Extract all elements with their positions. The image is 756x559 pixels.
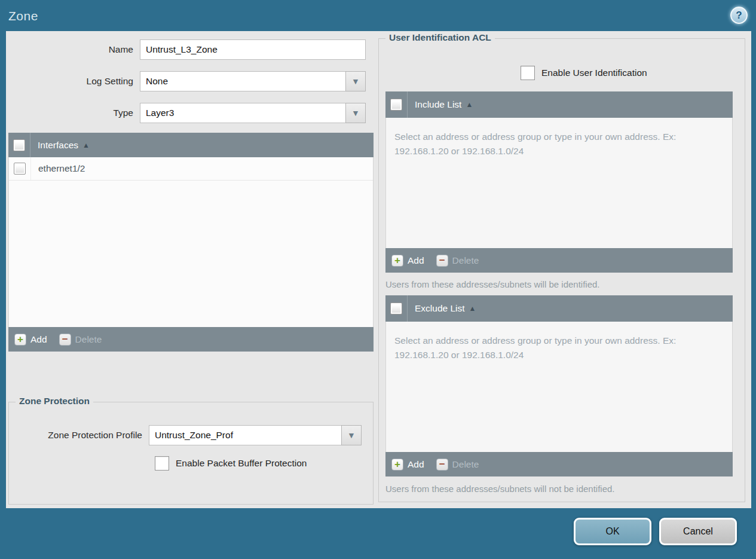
include-list-body[interactable]: Select an address or address group or ty… — [385, 118, 733, 248]
include-column-header[interactable]: Include List ▲ — [415, 99, 473, 110]
interfaces-column-label: Interfaces — [38, 140, 78, 151]
include-select-all-checkbox[interactable] — [390, 99, 402, 111]
packet-buffer-checkbox[interactable] — [155, 456, 169, 471]
zone-protection-profile-select[interactable]: Untrust_Zone_Prof ▼ — [149, 425, 362, 445]
exclude-column-header[interactable]: Exclude List ▲ — [415, 303, 476, 314]
dialog-title-bar: Zone ? — [0, 0, 756, 31]
interface-row[interactable]: ethernet1/2 — [9, 157, 373, 181]
chevron-down-icon[interactable]: ▼ — [345, 103, 366, 123]
exclude-select-all-checkbox[interactable] — [390, 303, 402, 314]
user-identification-fieldset: User Identification ACL Enable User Iden… — [378, 38, 745, 502]
sort-asc-icon: ▲ — [466, 100, 473, 109]
include-list-caption: Users from these addresses/subnets will … — [385, 279, 600, 289]
include-header-checkbox-cell — [385, 91, 408, 118]
exclude-column-label: Exclude List — [415, 303, 465, 314]
chevron-down-icon[interactable]: ▼ — [345, 71, 366, 91]
interface-row-checkbox[interactable] — [14, 163, 26, 175]
cancel-button[interactable]: Cancel — [659, 518, 737, 545]
packet-buffer-row: Enable Packet Buffer Protection — [155, 456, 307, 471]
zone-protection-legend: Zone Protection — [16, 396, 93, 407]
log-setting-field-row: Log Setting None ▼ — [6, 71, 373, 91]
include-delete-label: Delete — [452, 255, 479, 266]
exclude-add-button[interactable]: + Add — [391, 459, 424, 471]
exclude-delete-label: Delete — [452, 459, 479, 470]
interfaces-table: Interfaces ▲ ethernet1/2 + Add − Delete — [8, 133, 374, 352]
sort-asc-icon: ▲ — [469, 304, 476, 313]
minus-icon: − — [59, 334, 71, 346]
log-setting-label: Log Setting — [6, 76, 140, 87]
include-column-label: Include List — [415, 99, 461, 110]
type-select[interactable]: Layer3 ▼ — [140, 103, 366, 123]
minus-icon: − — [436, 459, 448, 471]
exclude-list-footer: + Add − Delete — [385, 452, 733, 476]
interfaces-delete-button[interactable]: − Delete — [59, 334, 102, 346]
interface-name: ethernet1/2 — [38, 163, 85, 174]
interfaces-table-header: Interfaces ▲ — [8, 133, 374, 157]
plus-icon: + — [391, 255, 403, 267]
chevron-down-icon[interactable]: ▼ — [341, 425, 362, 445]
help-icon[interactable]: ? — [730, 7, 748, 24]
interfaces-add-label: Add — [30, 334, 47, 345]
interfaces-select-all-checkbox[interactable] — [13, 139, 25, 151]
include-add-label: Add — [408, 255, 424, 266]
type-field-row: Type Layer3 ▼ — [6, 103, 373, 123]
enable-user-id-checkbox[interactable] — [521, 66, 535, 80]
exclude-list-table: Exclude List ▲ Select an address or addr… — [385, 295, 733, 476]
ok-button[interactable]: OK — [574, 518, 651, 545]
enable-user-id-row: Enable User Identification — [521, 66, 647, 80]
exclude-delete-button[interactable]: − Delete — [436, 459, 479, 471]
name-label: Name — [6, 44, 140, 55]
type-label: Type — [6, 108, 140, 118]
sort-asc-icon: ▲ — [82, 141, 90, 149]
exclude-list-header: Exclude List ▲ — [385, 295, 733, 322]
dialog-title: Zone — [8, 9, 38, 23]
include-list-placeholder: Select an address or address group or ty… — [386, 118, 718, 158]
interfaces-table-footer: + Add − Delete — [8, 327, 374, 352]
plus-icon: + — [14, 334, 26, 346]
zone-protection-profile-row: Zone Protection Profile Untrust_Zone_Pro… — [9, 425, 371, 445]
exclude-add-label: Add — [408, 459, 424, 470]
log-setting-select[interactable]: None ▼ — [140, 71, 366, 91]
enable-user-id-label: Enable User Identification — [541, 68, 647, 78]
dialog-body-panel: Name Log Setting None ▼ Type Layer3 ▼ In… — [6, 31, 751, 508]
zone-protection-profile-label: Zone Protection Profile — [9, 430, 149, 441]
include-list-header: Include List ▲ — [385, 91, 733, 118]
name-field-row: Name — [6, 39, 373, 60]
type-value: Layer3 — [140, 103, 346, 123]
interfaces-add-button[interactable]: + Add — [14, 334, 47, 346]
log-setting-value: None — [140, 71, 346, 91]
exclude-header-checkbox-cell — [385, 295, 408, 322]
interfaces-column-header[interactable]: Interfaces ▲ — [38, 140, 90, 151]
packet-buffer-label: Enable Packet Buffer Protection — [176, 458, 307, 469]
exclude-list-body[interactable]: Select an address or address group or ty… — [385, 322, 733, 452]
minus-icon: − — [436, 255, 448, 267]
include-add-button[interactable]: + Add — [391, 255, 424, 267]
user-identification-legend: User Identification ACL — [385, 32, 495, 43]
interfaces-delete-label: Delete — [75, 334, 102, 345]
include-delete-button[interactable]: − Delete — [436, 255, 479, 267]
exclude-list-caption: Users from these addresses/subnets will … — [385, 484, 615, 494]
interfaces-table-body: ethernet1/2 — [8, 157, 374, 327]
exclude-list-placeholder: Select an address or address group or ty… — [386, 322, 718, 362]
name-input[interactable] — [140, 39, 366, 60]
interfaces-header-checkbox-cell — [8, 133, 30, 157]
plus-icon: + — [391, 459, 403, 471]
interface-row-checkbox-cell — [9, 157, 31, 180]
include-list-footer: + Add − Delete — [385, 248, 733, 273]
zone-protection-profile-value: Untrust_Zone_Prof — [149, 425, 342, 445]
zone-protection-fieldset: Zone Protection Zone Protection Profile … — [8, 402, 374, 505]
include-list-table: Include List ▲ Select an address or addr… — [385, 91, 733, 273]
